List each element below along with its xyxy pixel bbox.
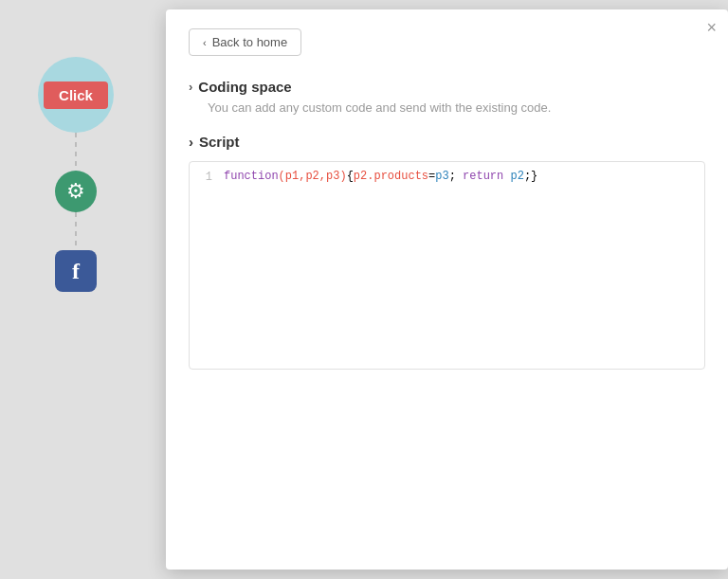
code-end: ;}	[524, 170, 537, 183]
script-chevron: ›	[189, 134, 193, 150]
code-p2: p2	[510, 170, 523, 183]
code-prop: p2.products	[354, 170, 428, 183]
code-return: return	[456, 170, 511, 183]
script-header[interactable]: › Script	[189, 134, 705, 150]
connector-1	[75, 133, 77, 171]
coding-space-header[interactable]: › Coding space	[189, 79, 705, 95]
code-editor[interactable]: 1 function(p1,p2,p3){p2.products=p3; ret…	[189, 161, 705, 370]
facebook-icon: f	[72, 259, 80, 284]
close-button[interactable]: ×	[706, 19, 717, 36]
keyword-function: function	[224, 170, 279, 183]
back-label: Back to home	[212, 35, 288, 49]
modal: × ‹ Back to home › Coding space You can …	[166, 9, 728, 570]
facebook-node[interactable]: f	[55, 250, 97, 292]
coding-space-title: Coding space	[198, 79, 291, 95]
code-p3: p3	[435, 170, 448, 183]
code-line-1: 1 function(p1,p2,p3){p2.products=p3; ret…	[190, 162, 704, 191]
code-content: function(p1,p2,p3){p2.products=p3; retur…	[224, 170, 704, 183]
line-number: 1	[190, 170, 224, 184]
back-to-home-button[interactable]: ‹ Back to home	[189, 28, 301, 56]
coding-space-desc: You can add any custom code and send wit…	[208, 100, 705, 115]
gear-icon: ⚙	[66, 179, 85, 204]
modal-content: ‹ Back to home › Coding space You can ad…	[166, 9, 728, 570]
script-title: Script	[199, 134, 240, 150]
coding-space-chevron: ›	[189, 80, 192, 94]
click-label: Click	[44, 81, 108, 109]
click-node[interactable]: Click	[38, 57, 114, 133]
code-params: (p1,p2,p3)	[279, 170, 347, 183]
connector-2	[75, 212, 77, 250]
back-chevron: ‹	[203, 37, 207, 48]
sidebar-nodes: Click ⚙ f	[38, 57, 114, 292]
code-brace: {	[347, 170, 354, 183]
script-section: › Script 1 function(p1,p2,p3){p2.product…	[189, 134, 705, 370]
gear-node[interactable]: ⚙	[55, 171, 97, 212]
code-semi1: ;	[449, 170, 456, 183]
